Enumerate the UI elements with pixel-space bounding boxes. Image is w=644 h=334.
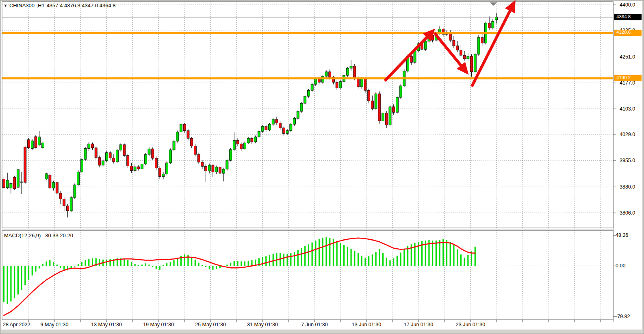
candle-bull [290, 124, 292, 131]
macd-histogram-bar [63, 266, 65, 269]
macd-histogram-bar [226, 265, 228, 266]
candle-bear [368, 90, 370, 101]
candle-bear [488, 23, 490, 28]
candle-bull [134, 167, 136, 170]
macd-histogram-bar [364, 258, 366, 266]
symbol-dropdown-icon[interactable]: ▼ [4, 3, 7, 8]
chart-title-ohlc: 4357.4 4376.3 4347.0 4364.8 [47, 2, 116, 9]
macd-histogram-bar [379, 249, 380, 266]
candle-bear [127, 156, 129, 166]
macd-histogram-bar [432, 241, 433, 266]
macd-histogram-bar [49, 260, 50, 266]
candle-bear [56, 182, 58, 193]
candle-bull [38, 137, 41, 145]
macd-histogram-bar [294, 252, 295, 266]
time-axis-label: 23 Jun 01:30 [456, 322, 485, 327]
candle-bull [254, 137, 257, 142]
macd-values: 30.33 20.20 [45, 232, 73, 239]
macd-histogram-bar [21, 266, 22, 290]
candle-bear [219, 167, 221, 174]
candle-bear [3, 179, 5, 188]
macd-histogram-bar [191, 257, 192, 266]
macd-histogram-bar [237, 261, 238, 266]
macd-histogram-bar [251, 260, 252, 266]
macd-histogram-bar [343, 245, 345, 266]
candle-bull [389, 107, 391, 125]
macd-histogram-bar [358, 253, 359, 266]
candle-bear [385, 113, 388, 125]
macd-histogram-bar [184, 254, 185, 266]
macd-histogram-bar [205, 266, 206, 267]
macd-histogram-bar [53, 262, 54, 266]
price-axis-label: 4029.0 [620, 132, 635, 137]
price-axis-label: 3880.0 [620, 184, 635, 190]
macd-histogram-bar [436, 241, 437, 266]
candle-bull [474, 54, 476, 72]
candle-bull [141, 164, 143, 169]
candle-bear [130, 166, 132, 170]
candle-bull [41, 143, 44, 148]
macd-histogram-bar [287, 254, 288, 266]
macd-histogram-bar [195, 260, 196, 266]
candle-bull [467, 56, 469, 59]
macd-histogram-bar [7, 266, 8, 304]
macd-histogram-bar [241, 261, 242, 266]
candle-bear [251, 138, 253, 142]
candle-bull [6, 180, 9, 188]
candle-bull [119, 145, 122, 150]
macd-histogram-bar [17, 266, 19, 294]
candle-bull [495, 17, 498, 20]
macd-histogram-bar [457, 249, 458, 266]
candle-bear [279, 123, 282, 128]
candle-bear [481, 37, 484, 43]
candle-bear [463, 55, 466, 59]
candle-bear [95, 148, 97, 158]
price-axis-label: 3806.0 [620, 210, 635, 216]
macd-histogram-bar [209, 266, 210, 269]
chart-canvas[interactable] [0, 0, 644, 334]
candle-bull [311, 85, 313, 91]
macd-histogram-bar [325, 237, 327, 266]
macd-histogram-bar [88, 259, 89, 266]
time-axis-label: 7 Jun 01:30 [301, 322, 327, 327]
macd-histogram-bar [273, 254, 274, 266]
macd-histogram-bar [340, 243, 341, 266]
macd-histogram-bar [159, 266, 160, 269]
macd-histogram-bar [234, 261, 235, 266]
macd-histogram-bar [290, 253, 291, 266]
candle-bear [158, 168, 161, 177]
candle-bull [477, 37, 480, 54]
chart-window: ▼ CHINA300-,H1 4357.4 4376.3 4347.0 4364… [0, 0, 644, 334]
candle-bull [148, 149, 150, 154]
macd-histogram-bar [92, 258, 93, 266]
macd-histogram-bar [368, 256, 369, 266]
macd-histogram-bar [347, 247, 348, 266]
macd-indicator-label: MACD(12,26,9) 30.33 20.20 [4, 232, 73, 239]
macd-histogram-bar [389, 260, 390, 266]
macd-histogram-bar [166, 263, 167, 266]
candle-bear [123, 145, 126, 156]
macd-histogram-bar [350, 249, 351, 266]
macd-histogram-bar [329, 238, 330, 266]
time-axis-label: 13 May 01:30 [91, 322, 122, 327]
time-axis-label: 17 Jun 01:30 [404, 322, 433, 327]
macd-histogram-bar [134, 264, 136, 266]
candle-bull [102, 161, 104, 165]
candle-bull [243, 143, 246, 149]
chart-surface[interactable] [1, 1, 642, 330]
candle-bull [375, 94, 377, 108]
candle-bear [357, 78, 360, 87]
macd-histogram-bar [216, 266, 217, 269]
candle-bear [282, 128, 285, 134]
macd-histogram-bar [56, 265, 58, 266]
candle-bull [162, 174, 165, 176]
time-axis-label: 9 May 01:30 [41, 322, 69, 327]
macd-histogram-bar [372, 254, 373, 266]
macd-histogram-bar [400, 253, 401, 266]
candle-bull [300, 103, 303, 111]
macd-histogram-bar [173, 260, 174, 266]
candle-bear [66, 206, 69, 211]
candle-bear [471, 56, 473, 72]
candle-bull [80, 159, 83, 172]
macd-histogram-bar [35, 266, 36, 271]
